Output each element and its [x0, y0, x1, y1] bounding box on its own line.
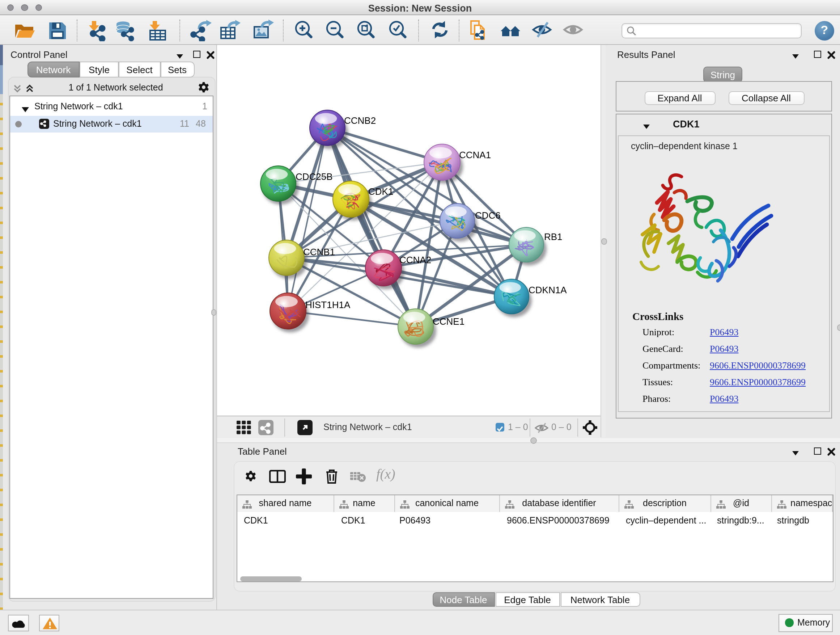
svg-text:CCNE1: CCNE1 — [433, 316, 464, 327]
svg-text:CCNB1: CCNB1 — [303, 247, 335, 257]
svg-text:HIST1H1A: HIST1H1A — [305, 299, 351, 310]
svg-text:CCNA1: CCNA1 — [459, 149, 491, 160]
svg-text:RB1: RB1 — [544, 231, 562, 242]
svg-text:CDKN1A: CDKN1A — [529, 285, 567, 295]
svg-text:CCNB2: CCNB2 — [344, 115, 376, 126]
svg-text:CDC25B: CDC25B — [295, 171, 333, 182]
svg-text:CCNA2: CCNA2 — [399, 255, 431, 265]
svg-text:CDK1: CDK1 — [368, 186, 393, 197]
svg-text:CDC6: CDC6 — [475, 210, 501, 221]
